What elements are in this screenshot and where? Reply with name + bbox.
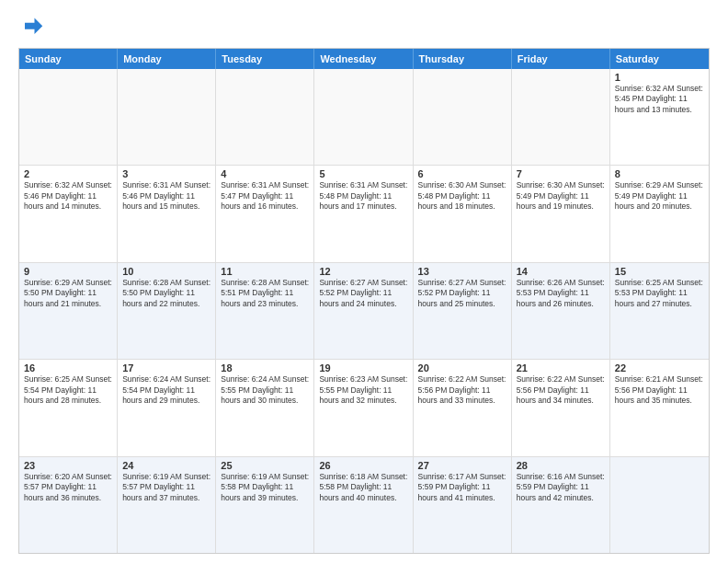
cell-info: Sunrise: 6:28 AM Sunset: 5:51 PM Dayligh…	[221, 278, 309, 309]
cal-cell-r2c6: 15Sunrise: 6:25 AM Sunset: 5:53 PM Dayli…	[610, 263, 709, 359]
cell-info: Sunrise: 6:25 AM Sunset: 5:53 PM Dayligh…	[615, 278, 704, 309]
cal-row-2: 9Sunrise: 6:29 AM Sunset: 5:50 PM Daylig…	[19, 262, 709, 359]
cell-info: Sunrise: 6:24 AM Sunset: 5:55 PM Dayligh…	[221, 374, 309, 406]
cell-info: Sunrise: 6:28 AM Sunset: 5:50 PM Dayligh…	[122, 278, 210, 309]
day-number: 26	[319, 460, 407, 471]
cell-info: Sunrise: 6:21 AM Sunset: 5:56 PM Dayligh…	[615, 374, 704, 406]
day-number: 11	[221, 266, 309, 277]
header-day-saturday: Saturday	[610, 49, 709, 69]
day-number: 21	[517, 362, 605, 373]
header-day-tuesday: Tuesday	[216, 49, 314, 69]
calendar: SundayMondayTuesdayWednesdayThursdayFrid…	[18, 48, 710, 554]
day-number: 16	[24, 362, 112, 373]
day-number: 2	[24, 168, 112, 179]
cell-info: Sunrise: 6:18 AM Sunset: 5:58 PM Dayligh…	[319, 472, 407, 503]
cal-cell-r3c1: 17Sunrise: 6:24 AM Sunset: 5:54 PM Dayli…	[118, 360, 216, 455]
cal-cell-r3c5: 21Sunrise: 6:22 AM Sunset: 5:56 PM Dayli…	[512, 360, 610, 455]
cell-info: Sunrise: 6:19 AM Sunset: 5:58 PM Dayligh…	[221, 472, 309, 503]
day-number: 9	[24, 266, 112, 277]
cal-cell-r0c0	[19, 69, 118, 165]
day-number: 6	[418, 168, 506, 179]
header-day-monday: Monday	[118, 49, 216, 69]
header-day-wednesday: Wednesday	[314, 49, 413, 69]
day-number: 20	[418, 362, 506, 373]
cell-info: Sunrise: 6:31 AM Sunset: 5:47 PM Dayligh…	[221, 180, 309, 212]
cell-info: Sunrise: 6:32 AM Sunset: 5:45 PM Dayligh…	[615, 84, 704, 115]
calendar-body: 1Sunrise: 6:32 AM Sunset: 5:45 PM Daylig…	[19, 69, 709, 553]
day-number: 3	[122, 168, 210, 179]
day-number: 23	[24, 460, 112, 471]
day-number: 1	[615, 72, 704, 83]
page: SundayMondayTuesdayWednesdayThursdayFrid…	[0, 0, 728, 563]
day-number: 28	[517, 460, 605, 471]
cal-cell-r0c1	[118, 69, 216, 165]
cell-info: Sunrise: 6:31 AM Sunset: 5:46 PM Dayligh…	[122, 180, 210, 212]
day-number: 10	[122, 266, 210, 277]
day-number: 22	[615, 362, 704, 373]
cal-cell-r0c5	[512, 69, 610, 165]
day-number: 19	[319, 362, 407, 373]
cal-cell-r2c1: 10Sunrise: 6:28 AM Sunset: 5:50 PM Dayli…	[118, 263, 216, 359]
cal-cell-r0c3	[314, 69, 413, 165]
day-number: 17	[122, 362, 210, 373]
header-day-sunday: Sunday	[19, 49, 118, 69]
day-number: 15	[615, 266, 704, 277]
cell-info: Sunrise: 6:27 AM Sunset: 5:52 PM Dayligh…	[319, 278, 407, 309]
cal-cell-r2c4: 13Sunrise: 6:27 AM Sunset: 5:52 PM Dayli…	[414, 263, 512, 359]
cal-cell-r4c6	[610, 457, 709, 553]
cell-info: Sunrise: 6:31 AM Sunset: 5:48 PM Dayligh…	[319, 180, 407, 212]
cal-row-0: 1Sunrise: 6:32 AM Sunset: 5:45 PM Daylig…	[19, 69, 709, 165]
cal-cell-r3c6: 22Sunrise: 6:21 AM Sunset: 5:56 PM Dayli…	[610, 360, 709, 455]
cell-info: Sunrise: 6:26 AM Sunset: 5:53 PM Dayligh…	[517, 278, 605, 309]
cal-cell-r4c3: 26Sunrise: 6:18 AM Sunset: 5:58 PM Dayli…	[314, 457, 413, 553]
cell-info: Sunrise: 6:29 AM Sunset: 5:50 PM Dayligh…	[24, 278, 112, 309]
cal-cell-r0c4	[414, 69, 512, 165]
logo	[18, 15, 48, 40]
day-number: 18	[221, 362, 309, 373]
cell-info: Sunrise: 6:29 AM Sunset: 5:49 PM Dayligh…	[615, 180, 704, 212]
cal-cell-r1c6: 8Sunrise: 6:29 AM Sunset: 5:49 PM Daylig…	[610, 166, 709, 261]
day-number: 24	[122, 460, 210, 471]
cal-cell-r3c2: 18Sunrise: 6:24 AM Sunset: 5:55 PM Dayli…	[216, 360, 314, 455]
day-number: 14	[517, 266, 605, 277]
cal-row-1: 2Sunrise: 6:32 AM Sunset: 5:46 PM Daylig…	[19, 165, 709, 261]
cal-cell-r1c1: 3Sunrise: 6:31 AM Sunset: 5:46 PM Daylig…	[118, 166, 216, 261]
cell-info: Sunrise: 6:24 AM Sunset: 5:54 PM Dayligh…	[122, 374, 210, 406]
cell-info: Sunrise: 6:16 AM Sunset: 5:59 PM Dayligh…	[517, 472, 605, 503]
day-number: 27	[418, 460, 506, 471]
cal-cell-r1c3: 5Sunrise: 6:31 AM Sunset: 5:48 PM Daylig…	[314, 166, 413, 261]
cal-cell-r4c5: 28Sunrise: 6:16 AM Sunset: 5:59 PM Dayli…	[512, 457, 610, 553]
day-number: 13	[418, 266, 506, 277]
cell-info: Sunrise: 6:19 AM Sunset: 5:57 PM Dayligh…	[122, 472, 210, 503]
cell-info: Sunrise: 6:23 AM Sunset: 5:55 PM Dayligh…	[319, 374, 407, 406]
cal-cell-r4c0: 23Sunrise: 6:20 AM Sunset: 5:57 PM Dayli…	[19, 457, 118, 553]
header-day-friday: Friday	[512, 49, 610, 69]
cal-cell-r2c5: 14Sunrise: 6:26 AM Sunset: 5:53 PM Dayli…	[512, 263, 610, 359]
header	[18, 15, 710, 40]
cell-info: Sunrise: 6:30 AM Sunset: 5:48 PM Dayligh…	[418, 180, 506, 212]
cell-info: Sunrise: 6:20 AM Sunset: 5:57 PM Dayligh…	[24, 472, 112, 503]
cal-cell-r3c3: 19Sunrise: 6:23 AM Sunset: 5:55 PM Dayli…	[314, 360, 413, 455]
cal-cell-r0c2	[216, 69, 314, 165]
cal-cell-r2c0: 9Sunrise: 6:29 AM Sunset: 5:50 PM Daylig…	[19, 263, 118, 359]
cal-cell-r2c3: 12Sunrise: 6:27 AM Sunset: 5:52 PM Dayli…	[314, 263, 413, 359]
cal-cell-r0c6: 1Sunrise: 6:32 AM Sunset: 5:45 PM Daylig…	[610, 69, 709, 165]
cal-cell-r3c0: 16Sunrise: 6:25 AM Sunset: 5:54 PM Dayli…	[19, 360, 118, 455]
cal-cell-r1c5: 7Sunrise: 6:30 AM Sunset: 5:49 PM Daylig…	[512, 166, 610, 261]
cell-info: Sunrise: 6:27 AM Sunset: 5:52 PM Dayligh…	[418, 278, 506, 309]
cal-cell-r1c0: 2Sunrise: 6:32 AM Sunset: 5:46 PM Daylig…	[19, 166, 118, 261]
cal-cell-r1c2: 4Sunrise: 6:31 AM Sunset: 5:47 PM Daylig…	[216, 166, 314, 261]
cell-info: Sunrise: 6:22 AM Sunset: 5:56 PM Dayligh…	[418, 374, 506, 406]
calendar-header: SundayMondayTuesdayWednesdayThursdayFrid…	[19, 49, 709, 69]
day-number: 4	[221, 168, 309, 179]
cal-row-4: 23Sunrise: 6:20 AM Sunset: 5:57 PM Dayli…	[19, 456, 709, 553]
cell-info: Sunrise: 6:17 AM Sunset: 5:59 PM Dayligh…	[418, 472, 506, 503]
day-number: 5	[319, 168, 407, 179]
day-number: 25	[221, 460, 309, 471]
cal-cell-r4c4: 27Sunrise: 6:17 AM Sunset: 5:59 PM Dayli…	[414, 457, 512, 553]
day-number: 7	[517, 168, 605, 179]
cell-info: Sunrise: 6:30 AM Sunset: 5:49 PM Dayligh…	[517, 180, 605, 212]
cal-cell-r1c4: 6Sunrise: 6:30 AM Sunset: 5:48 PM Daylig…	[414, 166, 512, 261]
day-number: 12	[319, 266, 407, 277]
header-day-thursday: Thursday	[414, 49, 512, 69]
